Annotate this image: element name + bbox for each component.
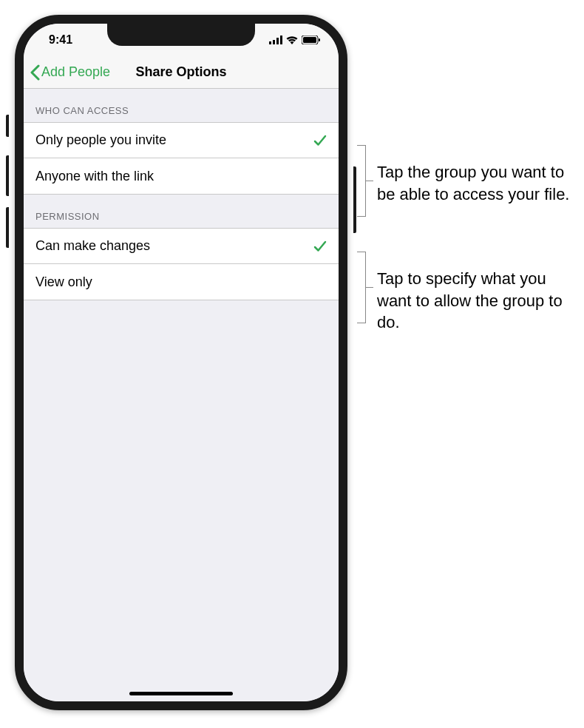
notch [107,24,255,46]
battery-icon [302,36,321,44]
page-title: Share Options [135,64,226,80]
status-icons [269,36,321,44]
permission-options-group: Can make changes View only [24,228,339,300]
section-header-access: WHO CAN ACCESS [24,89,339,122]
option-label: Can make changes [35,238,150,254]
volume-up-button [6,155,9,196]
navigation-bar: Add People Share Options [24,56,339,89]
callout-bracket [366,181,373,181]
cellular-signal-icon [269,36,282,44]
callout-permission: Tap to specify what you want to allow th… [377,268,580,334]
svg-rect-5 [303,37,316,43]
svg-rect-6 [319,38,320,41]
content-area: WHO CAN ACCESS Only people you invite An… [24,89,339,701]
svg-rect-1 [273,40,275,44]
back-button[interactable]: Add People [24,64,110,81]
option-only-people-you-invite[interactable]: Only people you invite [24,123,339,158]
side-button [353,166,356,233]
volume-down-button [6,207,9,248]
svg-rect-0 [269,41,271,44]
phone-frame: 9:41 Add People Share Options WHO CAN AC… [15,15,347,710]
checkmark-icon [313,134,327,147]
chevron-left-icon [30,64,40,81]
back-button-label: Add People [41,64,110,80]
option-label: Anyone with the link [35,169,154,184]
option-can-make-changes[interactable]: Can make changes [24,229,339,264]
section-header-permission: PERMISSION [24,195,339,228]
access-options-group: Only people you invite Anyone with the l… [24,122,339,195]
option-label: Only people you invite [35,132,166,148]
svg-rect-3 [280,36,282,44]
home-indicator[interactable] [129,692,233,695]
option-anyone-with-link[interactable]: Anyone with the link [24,158,339,194]
wifi-icon [285,36,299,44]
checkmark-icon [313,240,327,253]
status-time: 9:41 [41,33,72,47]
callout-bracket [366,287,373,288]
option-label: View only [35,274,92,290]
mute-switch [6,115,9,137]
svg-rect-2 [276,38,279,44]
callout-access: Tap the group you want to be able to acc… [377,161,580,205]
option-view-only[interactable]: View only [24,264,339,300]
